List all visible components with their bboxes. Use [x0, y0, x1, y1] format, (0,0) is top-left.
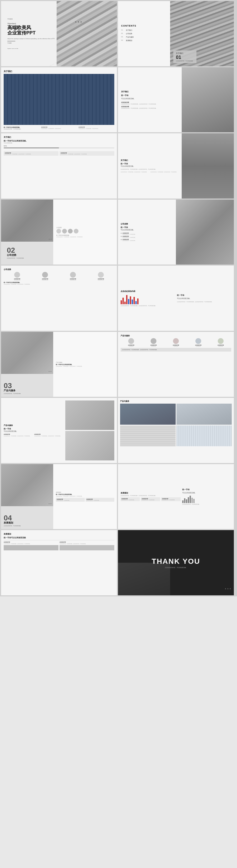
about-r-main: 统一字体 — [121, 94, 179, 97]
adv-chart-left: 点击此处添加内容 点击此处添加内容，可以阅读更流畅，点击此处添加内容，可以阅读更… — [121, 268, 175, 328]
dev-timeline-left: 发展规划 点击此处添加内容，可以阅读更流畅，点击此处添加内容，可以阅读更流畅。 … — [121, 467, 181, 527]
slide-product-icons: 产品与服务 点击此处内容 点击此处添加 点击此处内容 点击此处添加 点击此处内容… — [118, 332, 234, 397]
slide-section-advantage: ✦ ✦ 02 公司优势 点击此处添加内容，可以阅读更流畅。 公司优势 统一字体可… — [1, 199, 117, 265]
slide-about-photo: 关于我们 统一字体可以以阅读更流畅。 点击此处添加内容，可以阅读更流畅。 点击此… — [1, 67, 117, 132]
slide-thankyou: THANK YOU 点击此处添加内容，可以阅读更流畅。 ✦ ✦ ✦ 沙漠me.c… — [118, 530, 234, 595]
dev-tl-title: 发展规划 — [121, 492, 181, 494]
prod-grid — [120, 404, 232, 446]
bird-silhouette: ✦ ✦ — [49, 238, 52, 240]
adv-circle-item-4: 点击此处内容 点击此处添加内容 — [87, 272, 114, 281]
adv-chart-r-sub: 可以以阅读更流畅。 — [177, 298, 231, 300]
product-section-photo: ✦ ✦ — [1, 332, 53, 374]
overlay-num: 01 — [176, 55, 194, 60]
adv-c-main: 统一字体 — [121, 226, 173, 229]
bar-10 — [137, 299, 138, 304]
prod-section-desc: 点击此处添加内容，可以阅读更流畅。 — [4, 393, 22, 394]
contents-item-4: 04. 发展规划 — [121, 39, 167, 42]
dev-tl-desc: 点击此处添加内容，可以阅读更流畅，点击此处添加内容，可以阅读更流畅。 — [121, 495, 181, 496]
brand-label: 不吃香菜 — [7, 18, 59, 20]
prod-grid-item-4 — [177, 426, 232, 446]
adv-chart-r-title: 统一字体 — [177, 294, 231, 297]
adv-c-sub: 可以以阅读更流畅。 — [121, 229, 173, 231]
cover-line-label: 可免编辑 — [7, 42, 59, 44]
adv-c-title: 公司优势 — [121, 223, 173, 225]
contents-left: CONTENTS 01. 关于我们 02. 公司优势 03. 产品与服务 04.… — [118, 1, 170, 66]
dev-tl-items: 点击此处内容 点击此处添加内容，可以阅读更流畅。 点击此处内容 点击此处添加内容… — [121, 497, 181, 501]
about-r-desc2: 点击此处添加内容，可以阅读更流畅，点击此处添加内容，可以阅读更流畅。 — [121, 108, 179, 109]
about-title-3: 关于我们 — [4, 70, 114, 73]
cover-divider — [7, 41, 15, 41]
prod-icon-3: 点击此处内容 点击此处添加 — [165, 338, 187, 347]
dev-bar-chart — [182, 495, 231, 503]
prod-t2c-left: 产品与服务 统一字体 可以以阅读更流畅。 点击此处内容 点击此处添加内容，可以阅… — [4, 401, 64, 460]
about-stats-sub: 可以以阅读更流畅。 — [4, 142, 114, 144]
dev-ms-content: 点击此处内容 点击此处添加内容，可以阅读更流畅，点击此处添加内容，可以阅读更流畅… — [4, 541, 114, 550]
slide-product-grid: 产品与服务 — [118, 398, 234, 463]
adv-chart-title: 点击此处添加内容 — [121, 290, 175, 293]
contents-overlay: 关于我们 01 点击此处添加内容，可以阅读更流畅。 — [173, 51, 196, 63]
slide-about-stats: 关于我们 统一字体可以以阅读更流畅。 可以以阅读更流畅。 50% 点击此处内容 … — [1, 133, 117, 198]
product-section-info: 03 产品与服务 点击此处添加内容，可以阅读更流畅。 — [4, 381, 22, 394]
dev-r-item2: 点击此处内容 点击此处添加内容，可以阅读更流畅。 — [86, 498, 114, 502]
cover-subtitle: Adjust the spacing to adapt to Chinese t… — [7, 38, 59, 39]
about-p2-desc: 点击此处添加内容，可以阅读更流畅，点击此处添加内容，可以阅读更流畅。 — [121, 169, 179, 170]
adv-circles-title: 公司优势 — [4, 268, 114, 271]
dev-r-item1: 点击此处内容 点击此处添加内容，可以阅读更流畅。 — [56, 498, 85, 502]
thankyou-text: THANK YOU — [152, 557, 200, 566]
about-p2-main: 统一字体 — [121, 162, 179, 165]
adv-desc-r: 点击此处添加内容，可以阅读更流畅，点击此处添加内容，可以阅读更流畅。 — [56, 237, 114, 238]
dev-ms-main: 统一字体可以以阅读更流畅 — [4, 536, 114, 539]
ty-photo — [118, 563, 170, 595]
prod-t2c-right — [65, 401, 114, 460]
slide-cover: ▲ ▲ ▲ 不吃香菜 Standard 高端欧美风企业宣传PPT Adjust … — [1, 1, 117, 66]
about-r-title: 关于我们 — [121, 90, 179, 93]
about-item1-desc: 点击此处添加内容，可以阅读更流畅，点击此处添加内容 — [41, 128, 77, 129]
adv-circle-2 — [62, 229, 67, 234]
adv-chart-desc: 点击此处添加内容，可以阅读更流畅，点击此处添加内容，可以阅读更流畅。 — [121, 305, 175, 306]
section-adv-photo: ✦ ✦ — [1, 199, 53, 242]
about-item2-desc: 点击此处添加内容，可以阅读更流畅，点击此处添加内容 — [78, 128, 114, 129]
bar-1 — [121, 300, 122, 304]
adv-section-label: 公司优势 — [7, 253, 47, 257]
progress-bar-1 — [4, 148, 114, 148]
slide-product-text2col: 产品与服务 统一字体 可以以阅读更流畅。 点击此处内容 点击此处添加内容，可以阅… — [1, 398, 117, 463]
bar-3 — [124, 302, 126, 304]
adv-circle-4 — [74, 229, 78, 234]
dev-tl-r-desc: 点击此处添加内容，可以阅读更流畅。 — [182, 504, 231, 505]
about-p2-col1: 点击此处添加内容，可以阅读更流畅，点击此处添加内容，可以阅读更流畅。 — [121, 172, 149, 173]
prod-icon-5: 点击此处内容 点击此处添加 — [210, 338, 231, 347]
bar-2 — [123, 298, 124, 304]
bird-sil-3: ✦ ✦ — [49, 503, 52, 505]
dev-section-left: ✦ ✦ 04 发展规划 点击此处添加内容，可以阅读更流畅。 — [1, 464, 53, 529]
adv-circle-1 — [56, 229, 61, 234]
dev-timeline-right: 统一字体 可以以阅读更流畅。 点击此处添加内容，可以阅读更流畅。 — [182, 467, 231, 527]
slide-dev-milestone: 发展规划 统一字体可以以阅读更流畅 点击此处内容 点击此处添加内容，可以阅读更流… — [1, 530, 117, 595]
stats-item-1: 点击此处内容 点击此处添加内容，可以阅读更流畅，点击此处添加内容，可以阅读更流畅… — [4, 151, 58, 156]
about-p2-sub: 可以以阅读更流畅。 — [121, 165, 179, 167]
prod-icon-1: 点击此处内容 点击此处添加 — [121, 338, 142, 347]
overlay-title: 关于我们 — [176, 52, 194, 55]
prod-icon-2: 点击此处内容 点击此处添加 — [143, 338, 164, 347]
dev-ms-photo — [4, 545, 58, 550]
about-main-title-3: 统一字体可以以阅读更流畅。 — [4, 126, 40, 128]
prod-grid-item-2 — [177, 404, 232, 425]
nav-arrows: ⤢ — [113, 62, 115, 65]
prod-icons-title: 产品与服务 — [121, 335, 231, 337]
adv-chart-r-desc: 点击此处添加内容，可以阅读更流畅，点击此处添加内容，可以阅读更流畅。 — [177, 301, 231, 302]
adv-circle-item-2: 点击此处内容 点击此处添加内容 — [32, 272, 58, 281]
about-r-desc1: 点击此处添加内容，可以阅读更流畅，点击此处添加内容，可以阅读更流畅。 — [121, 103, 179, 105]
about-item1-title: 点击此处内容 — [41, 126, 77, 128]
about-r-item2: 点击此处内容 — [121, 106, 179, 107]
slide-about-photo2: 关于我们 统一字体 可以以阅读更流畅。 点击此处添加内容，可以阅读更流畅，点击此… — [118, 133, 234, 198]
slide-dev-timeline: 发展规划 点击此处添加内容，可以阅读更流畅，点击此处添加内容，可以阅读更流畅。 … — [118, 464, 234, 529]
adv-section-right: 公司优势 统一字体可以以阅读更流畅。 点击此处添加内容，可以阅读更流畅，点击此处… — [53, 199, 117, 265]
contents-right: 关于我们 01 点击此处添加内容，可以阅读更流畅。 — [170, 1, 234, 66]
slide-advantage-circles: 公司优势 点击此处内容 点击此处添加内容 点击此处内容 点击此处添加内容 点击此… — [1, 266, 117, 331]
contents-item-3: 03. 产品与服务 — [121, 36, 167, 38]
about-item2-title: 点击此处内容 — [78, 126, 114, 128]
slide-contents: CONTENTS 01. 关于我们 02. 公司优势 03. 产品与服务 04.… — [118, 1, 234, 66]
staircase-image — [57, 1, 117, 66]
slide-about-right: 关于我们 统一字体 可以以阅读更流畅。 点击此处内容 点击此处添加内容，可以阅读… — [118, 67, 234, 132]
ty-birds: ✦ ✦ ✦ — [225, 588, 231, 590]
dev-section-label: 发展规划 — [4, 521, 22, 525]
